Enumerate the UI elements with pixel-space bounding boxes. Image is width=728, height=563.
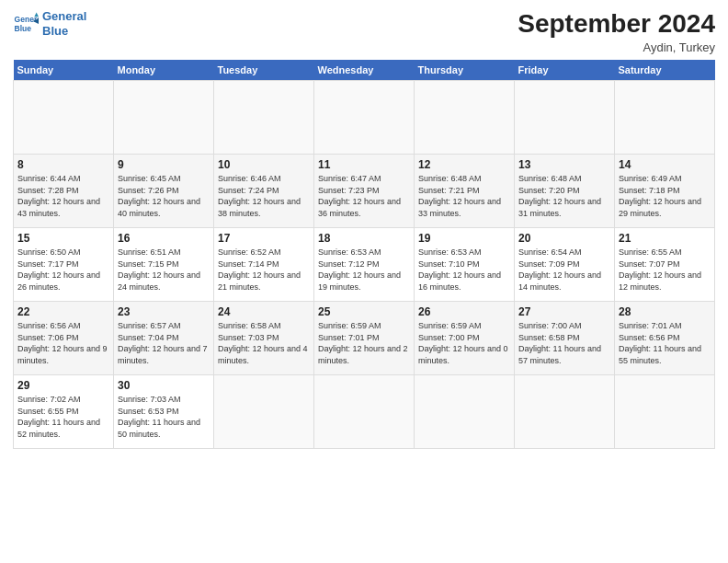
calendar-cell [515, 375, 615, 449]
header-sunday: Sunday [14, 60, 114, 81]
calendar-cell [214, 81, 314, 155]
calendar-week-4: 22Sunrise: 6:56 AMSunset: 7:06 PMDayligh… [14, 302, 715, 375]
calendar-cell: 21Sunrise: 6:55 AMSunset: 7:07 PMDayligh… [615, 228, 715, 302]
day-info: Sunrise: 6:53 AMSunset: 7:10 PMDaylight:… [418, 247, 510, 293]
calendar-cell: 26Sunrise: 6:59 AMSunset: 7:00 PMDayligh… [415, 302, 515, 375]
day-info: Sunrise: 6:57 AMSunset: 7:04 PMDaylight:… [118, 320, 210, 366]
calendar-cell [615, 81, 715, 155]
day-number: 13 [518, 158, 610, 171]
day-info: Sunrise: 6:58 AMSunset: 7:03 PMDaylight:… [218, 320, 310, 366]
calendar-week-1 [14, 81, 715, 155]
calendar-cell [515, 81, 615, 155]
day-number: 19 [418, 232, 510, 245]
calendar-cell: 29Sunrise: 7:02 AMSunset: 6:55 PMDayligh… [14, 375, 114, 449]
calendar-body: 8Sunrise: 6:44 AMSunset: 7:28 PMDaylight… [14, 81, 715, 449]
day-number: 28 [619, 305, 711, 318]
day-number: 26 [418, 305, 510, 318]
day-number: 18 [318, 232, 410, 245]
calendar-cell: 18Sunrise: 6:53 AMSunset: 7:12 PMDayligh… [314, 228, 415, 302]
day-number: 27 [518, 305, 610, 318]
day-number: 16 [118, 232, 210, 245]
day-number: 10 [218, 158, 310, 171]
day-info: Sunrise: 7:00 AMSunset: 6:58 PMDaylight:… [518, 320, 610, 366]
calendar-cell: 27Sunrise: 7:00 AMSunset: 6:58 PMDayligh… [515, 302, 615, 375]
day-number: 22 [17, 305, 109, 318]
header-monday: Monday [114, 60, 214, 81]
day-number: 17 [218, 232, 310, 245]
day-number: 8 [17, 158, 109, 171]
calendar-table: Sunday Monday Tuesday Wednesday Thursday… [13, 60, 715, 449]
month-title: September 2024 [518, 9, 715, 39]
calendar-week-5: 29Sunrise: 7:02 AMSunset: 6:55 PMDayligh… [14, 375, 715, 449]
calendar-cell [415, 81, 515, 155]
day-number: 9 [118, 158, 210, 171]
header-saturday: Saturday [615, 60, 715, 81]
day-number: 25 [318, 305, 410, 318]
calendar-cell: 23Sunrise: 6:57 AMSunset: 7:04 PMDayligh… [114, 302, 214, 375]
calendar-cell: 20Sunrise: 6:54 AMSunset: 7:09 PMDayligh… [515, 228, 615, 302]
header-friday: Friday [515, 60, 615, 81]
calendar-cell: 12Sunrise: 6:48 AMSunset: 7:21 PMDayligh… [415, 155, 515, 228]
day-info: Sunrise: 6:51 AMSunset: 7:15 PMDaylight:… [118, 247, 210, 293]
day-number: 20 [518, 232, 610, 245]
logo-line2: Blue [42, 24, 68, 38]
calendar-cell: 13Sunrise: 6:48 AMSunset: 7:20 PMDayligh… [515, 155, 615, 228]
day-number: 11 [318, 158, 410, 171]
day-info: Sunrise: 6:54 AMSunset: 7:09 PMDaylight:… [518, 247, 610, 293]
day-info: Sunrise: 6:48 AMSunset: 7:20 PMDaylight:… [518, 173, 610, 219]
calendar-cell: 19Sunrise: 6:53 AMSunset: 7:10 PMDayligh… [415, 228, 515, 302]
location: Aydin, Turkey [518, 40, 715, 54]
logo-icon: General Blue [13, 11, 39, 37]
day-info: Sunrise: 6:45 AMSunset: 7:26 PMDaylight:… [118, 173, 210, 219]
day-info: Sunrise: 6:55 AMSunset: 7:07 PMDaylight:… [619, 247, 711, 293]
header-thursday: Thursday [415, 60, 515, 81]
logo-line1: General [42, 9, 86, 23]
day-info: Sunrise: 6:44 AMSunset: 7:28 PMDaylight:… [17, 173, 109, 219]
calendar-cell: 11Sunrise: 6:47 AMSunset: 7:23 PMDayligh… [314, 155, 415, 228]
calendar-cell: 30Sunrise: 7:03 AMSunset: 6:53 PMDayligh… [114, 375, 214, 449]
day-info: Sunrise: 6:56 AMSunset: 7:06 PMDaylight:… [17, 320, 109, 366]
day-number: 15 [17, 232, 109, 245]
header-wednesday: Wednesday [314, 60, 415, 81]
calendar-header: Sunday Monday Tuesday Wednesday Thursday… [14, 60, 715, 81]
calendar-cell [114, 81, 214, 155]
day-number: 24 [218, 305, 310, 318]
day-info: Sunrise: 6:46 AMSunset: 7:24 PMDaylight:… [218, 173, 310, 219]
header-tuesday: Tuesday [214, 60, 314, 81]
calendar-cell: 14Sunrise: 6:49 AMSunset: 7:18 PMDayligh… [615, 155, 715, 228]
day-number: 12 [418, 158, 510, 171]
day-info: Sunrise: 6:48 AMSunset: 7:21 PMDaylight:… [418, 173, 510, 219]
day-info: Sunrise: 6:53 AMSunset: 7:12 PMDaylight:… [318, 247, 410, 293]
calendar-cell [314, 375, 415, 449]
svg-text:Blue: Blue [15, 23, 32, 32]
logo: General Blue General Blue [13, 9, 86, 38]
title-block: September 2024 Aydin, Turkey [518, 9, 715, 54]
day-number: 29 [17, 379, 109, 392]
day-info: Sunrise: 6:49 AMSunset: 7:18 PMDaylight:… [619, 173, 711, 219]
day-info: Sunrise: 7:01 AMSunset: 6:56 PMDaylight:… [619, 320, 711, 366]
day-info: Sunrise: 6:59 AMSunset: 7:01 PMDaylight:… [318, 320, 410, 366]
day-info: Sunrise: 6:52 AMSunset: 7:14 PMDaylight:… [218, 247, 310, 293]
day-info: Sunrise: 6:47 AMSunset: 7:23 PMDaylight:… [318, 173, 410, 219]
calendar-cell [314, 81, 415, 155]
day-info: Sunrise: 6:59 AMSunset: 7:00 PMDaylight:… [418, 320, 510, 366]
calendar-cell [214, 375, 314, 449]
day-info: Sunrise: 7:02 AMSunset: 6:55 PMDaylight:… [17, 394, 109, 440]
calendar-cell: 28Sunrise: 7:01 AMSunset: 6:56 PMDayligh… [615, 302, 715, 375]
calendar-cell: 24Sunrise: 6:58 AMSunset: 7:03 PMDayligh… [214, 302, 314, 375]
page: General Blue General Blue September 2024… [0, 0, 728, 563]
calendar-cell: 16Sunrise: 6:51 AMSunset: 7:15 PMDayligh… [114, 228, 214, 302]
calendar-cell: 22Sunrise: 6:56 AMSunset: 7:06 PMDayligh… [14, 302, 114, 375]
day-info: Sunrise: 6:50 AMSunset: 7:17 PMDaylight:… [17, 247, 109, 293]
calendar-cell: 25Sunrise: 6:59 AMSunset: 7:01 PMDayligh… [314, 302, 415, 375]
header-row: Sunday Monday Tuesday Wednesday Thursday… [14, 60, 715, 81]
calendar-cell: 10Sunrise: 6:46 AMSunset: 7:24 PMDayligh… [214, 155, 314, 228]
calendar-cell [615, 375, 715, 449]
day-number: 14 [619, 158, 711, 171]
calendar-cell: 17Sunrise: 6:52 AMSunset: 7:14 PMDayligh… [214, 228, 314, 302]
day-number: 30 [118, 379, 210, 392]
calendar-cell [415, 375, 515, 449]
calendar-cell: 9Sunrise: 6:45 AMSunset: 7:26 PMDaylight… [114, 155, 214, 228]
calendar-cell: 8Sunrise: 6:44 AMSunset: 7:28 PMDaylight… [14, 155, 114, 228]
day-info: Sunrise: 7:03 AMSunset: 6:53 PMDaylight:… [118, 394, 210, 440]
